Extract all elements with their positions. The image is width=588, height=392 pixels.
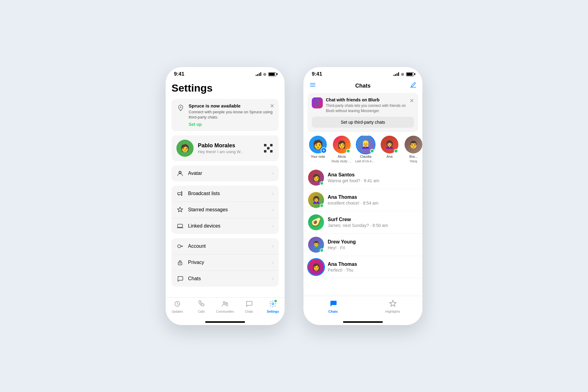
claudia-avatar-wrap: 👱‍♀️	[357, 136, 375, 153]
ana-thomas-1-info: Ana Thomas excellent choice! · 8:54 am	[328, 194, 418, 205]
notification-close-button[interactable]: ✕	[270, 103, 274, 109]
chats-tab-chats[interactable]: Chats	[303, 299, 363, 313]
chat-item-ana-santos[interactable]: 👩 Ana Santos Wanna get food? · 9:41 am	[303, 167, 423, 189]
battery-icon-chats	[406, 72, 414, 76]
compose-icon[interactable]	[410, 81, 417, 90]
ana-thomas-1-online	[320, 204, 324, 208]
banner-close-button[interactable]: ✕	[409, 97, 414, 104]
chats-bottom-nav: Chats Highlights	[303, 296, 423, 319]
drew-young-info: Drew Young Hey! · Fri	[328, 239, 418, 250]
drew-young-online	[320, 248, 324, 252]
ana-santos-preview: Wanna get food? · 9:41 am	[328, 178, 418, 183]
nav-settings[interactable]: Settings	[261, 300, 285, 313]
nav-calls[interactable]: Calls	[189, 300, 213, 313]
svg-point-6	[180, 263, 181, 264]
updates-label: Updates	[172, 310, 183, 313]
spruce-icon	[176, 104, 185, 112]
star-icon	[176, 206, 184, 213]
drew-young-name: Drew Young	[328, 239, 418, 245]
chats-chevron-icon: ›	[272, 276, 274, 281]
ana-thomas-2-avatar-wrap: 👩	[308, 259, 324, 275]
alicia-avatar-wrap: 👩	[333, 136, 351, 153]
notification-content: Spruce is now available Connect with peo…	[189, 103, 274, 127]
highlights-icon	[389, 299, 397, 309]
banner-title: Chat with friends on Blurb	[326, 97, 406, 102]
ana-thomas-2-ring	[307, 258, 325, 276]
chats-tab-highlights[interactable]: Highlights	[363, 299, 423, 313]
chats-phone: 9:41 ⊛ Chats 🎵 Chat with friends on Blur…	[303, 67, 423, 325]
menu-item-avatar[interactable]: Avatar ›	[172, 165, 279, 181]
svg-point-2	[179, 172, 181, 173]
third-party-banner[interactable]: 🎵 Chat with friends on Blurb Third-party…	[307, 93, 418, 132]
lock-icon	[176, 259, 184, 266]
menu-item-starred[interactable]: Starred messages ›	[172, 202, 279, 218]
bra-label: Bra...	[409, 155, 417, 158]
status-time-chats: 9:41	[312, 71, 322, 77]
chat-item-drew-young[interactable]: 👨‍🦱 Drew Young Hey! · Fri	[303, 234, 423, 256]
notification-banner[interactable]: Spruce is now available Connect with peo…	[172, 99, 279, 131]
story-your-note[interactable]: 🧑 + Your note	[307, 136, 328, 163]
ana-thomas-1-name: Ana Thomas	[328, 194, 418, 200]
communities-icon	[221, 300, 229, 309]
your-note-avatar-wrap: 🧑 +	[309, 136, 327, 153]
chat-item-surf-crew[interactable]: 🥑 Surf Crew James: next Sunday? · 8:50 a…	[303, 211, 423, 234]
chat-item-ana-thomas-2[interactable]: 👩 Ana Thomas Perfect! · Thu	[303, 256, 423, 278]
claudia-label: Claudia	[360, 155, 371, 158]
settings-title: Settings	[172, 77, 279, 99]
svg-point-10	[272, 303, 274, 305]
ana-thomas-1-avatar-wrap: 👩‍🦱	[308, 192, 324, 208]
menu-item-linked[interactable]: Linked devices ›	[172, 218, 279, 234]
profile-avatar: 🧑	[176, 140, 194, 157]
chat-item-ana-thomas-1[interactable]: 👩‍🦱 Ana Thomas excellent choice! · 8:54 …	[303, 189, 423, 211]
profile-info: Pablo Morales Hey there! I am using W..	[198, 142, 258, 154]
ana-santos-info: Ana Santos Wanna get food? · 9:41 am	[328, 172, 418, 183]
story-bra[interactable]: 👨 Bra... Hang	[403, 136, 423, 163]
account-label: Account	[188, 243, 268, 249]
nav-chats[interactable]: Chats	[237, 300, 261, 313]
story-claudia[interactable]: 👱‍♀️ Claudia Last of Us ep3...	[355, 136, 376, 163]
ana-santos-name: Ana Santos	[328, 172, 418, 178]
story-ana[interactable]: 👩‍🦱 Ana	[379, 136, 400, 163]
chats-nav-label: Chats	[245, 310, 253, 313]
signal-icon	[256, 72, 261, 76]
avatar-label: Avatar	[188, 171, 268, 176]
alicia-online-indicator	[346, 149, 350, 153]
hamburger-menu-icon[interactable]	[309, 81, 316, 90]
svg-point-9	[226, 303, 228, 304]
menu-item-broadcast[interactable]: Broadcast lists ›	[172, 186, 279, 202]
privacy-chevron-icon: ›	[272, 260, 274, 265]
chats-header: Chats	[303, 77, 423, 93]
updates-icon	[174, 300, 181, 309]
menu-item-privacy[interactable]: Privacy ›	[172, 254, 279, 271]
profile-row[interactable]: 🧑 Pablo Morales Hey there! I am using W.…	[172, 135, 279, 161]
starred-chevron-icon: ›	[272, 207, 274, 213]
bra-avatar: 👨	[405, 136, 422, 153]
setup-third-party-button[interactable]: Set up third-party chats	[312, 117, 414, 128]
nav-updates[interactable]: Updates	[165, 300, 189, 313]
status-bar-chats: 9:41 ⊛	[303, 67, 423, 77]
notification-title: Spruce is now available	[189, 103, 274, 108]
menu-item-chats[interactable]: Chats ›	[172, 271, 279, 287]
story-alicia[interactable]: 👩 Alicia Study study study!	[331, 136, 352, 163]
svg-point-4	[178, 245, 181, 248]
nav-communities[interactable]: Communities	[213, 300, 237, 313]
drew-young-preview: Hey! · Fri	[328, 245, 418, 250]
banner-row: 🎵 Chat with friends on Blurb Third-party…	[312, 97, 414, 114]
settings-icon	[269, 300, 277, 309]
ana-santos-online	[320, 181, 324, 185]
menu-item-account[interactable]: Account ›	[172, 238, 279, 254]
home-indicator-settings	[205, 321, 245, 323]
calls-label: Calls	[198, 310, 205, 313]
status-icons-settings: ⊛	[256, 72, 276, 77]
surf-crew-avatar-wrap: 🥑	[308, 214, 324, 230]
signal-icon-chats	[394, 72, 399, 76]
alicia-label: Alicia	[338, 155, 346, 158]
laptop-icon	[176, 222, 184, 230]
wifi-icon-chats: ⊛	[401, 72, 404, 77]
profile-qr-button[interactable]	[263, 143, 274, 154]
profile-name: Pablo Morales	[198, 142, 258, 149]
chats-tab-icon	[329, 299, 337, 309]
notification-setup-link[interactable]: Set up	[189, 122, 274, 127]
chats-tab-label: Chats	[328, 310, 338, 313]
menu-group-avatar: Avatar ›	[172, 165, 279, 181]
